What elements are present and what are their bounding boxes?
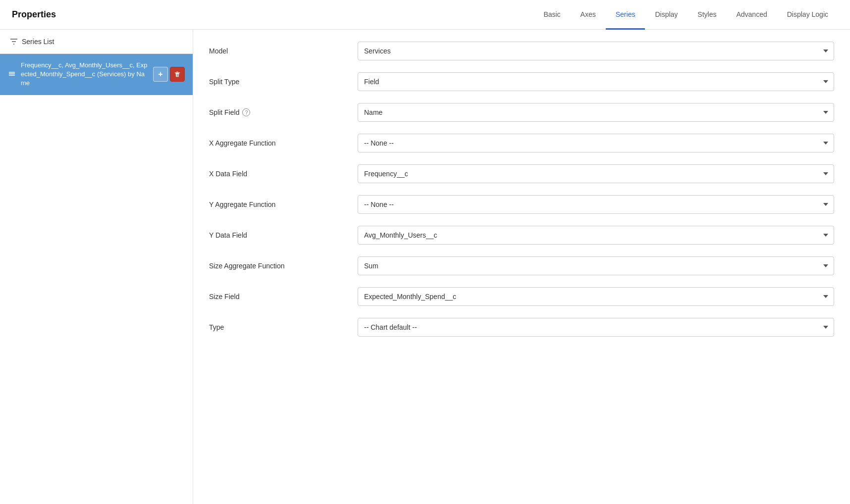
- series-list-label: Series List: [22, 38, 54, 46]
- x-data-field-select-wrapper: Frequency__c Name Id Type: [358, 164, 834, 183]
- x-aggregate-select-wrapper: -- None -- Sum Count Average Min Max: [358, 134, 834, 152]
- type-row: Type -- Chart default -- Line Bar Area S…: [209, 318, 834, 337]
- x-aggregate-select[interactable]: -- None -- Sum Count Average Min Max: [358, 134, 834, 152]
- y-aggregate-label: Y Aggregate Function: [209, 201, 348, 208]
- type-select[interactable]: -- Chart default -- Line Bar Area Scatte…: [358, 318, 834, 337]
- nav-tabs: Basic Axes Series Display Styles Advance…: [533, 0, 838, 29]
- type-control: -- Chart default -- Line Bar Area Scatte…: [358, 318, 834, 337]
- split-field-label: Split Field ?: [209, 108, 348, 116]
- tab-series[interactable]: Series: [606, 0, 645, 30]
- model-label: Model: [209, 47, 348, 55]
- sidebar: Series List Frequency__c, Avg_Monthly_Us…: [0, 30, 193, 504]
- size-field-label: Size Field: [209, 293, 348, 301]
- y-aggregate-select[interactable]: -- None -- Sum Count Average Min Max: [358, 195, 834, 214]
- series-list-header: Series List: [0, 30, 193, 54]
- x-aggregate-label: X Aggregate Function: [209, 139, 348, 147]
- series-item-actions: +: [153, 67, 185, 82]
- size-aggregate-select-wrapper: Sum Count Average Min Max -- None --: [358, 256, 834, 275]
- main-layout: Series List Frequency__c, Avg_Monthly_Us…: [0, 30, 850, 504]
- x-data-field-label: X Data Field: [209, 170, 348, 178]
- y-aggregate-row: Y Aggregate Function -- None -- Sum Coun…: [209, 195, 834, 214]
- size-field-select[interactable]: Expected_Monthly_Spend__c Name Id Freque…: [358, 287, 834, 306]
- split-field-row: Split Field ? Name Id Type Status: [209, 103, 834, 122]
- y-aggregate-select-wrapper: -- None -- Sum Count Average Min Max: [358, 195, 834, 214]
- size-aggregate-select[interactable]: Sum Count Average Min Max -- None --: [358, 256, 834, 275]
- split-field-help-icon[interactable]: ?: [242, 108, 250, 116]
- model-row: Model Services Accounts Contacts Opportu…: [209, 42, 834, 60]
- model-select-wrapper: Services Accounts Contacts Opportunities: [358, 42, 834, 60]
- size-field-row: Size Field Expected_Monthly_Spend__c Nam…: [209, 287, 834, 306]
- y-data-field-row: Y Data Field Avg_Monthly_Users__c Name I…: [209, 226, 834, 245]
- x-aggregate-row: X Aggregate Function -- None -- Sum Coun…: [209, 134, 834, 152]
- y-data-field-control: Avg_Monthly_Users__c Name Id Type: [358, 226, 834, 245]
- tab-advanced[interactable]: Advanced: [726, 0, 777, 30]
- page-title: Properties: [12, 9, 56, 20]
- filter-icon: [10, 38, 18, 46]
- top-bar: Properties Basic Axes Series Display Sty…: [0, 0, 850, 30]
- size-field-control: Expected_Monthly_Spend__c Name Id Freque…: [358, 287, 834, 306]
- tab-display-logic[interactable]: Display Logic: [777, 0, 838, 30]
- split-type-label: Split Type: [209, 78, 348, 86]
- tab-display[interactable]: Display: [645, 0, 688, 30]
- split-field-select-wrapper: Name Id Type Status: [358, 103, 834, 122]
- size-aggregate-row: Size Aggregate Function Sum Count Averag…: [209, 256, 834, 275]
- delete-series-button[interactable]: [170, 67, 185, 82]
- tab-styles[interactable]: Styles: [688, 0, 726, 30]
- tab-basic[interactable]: Basic: [533, 0, 570, 30]
- series-list-item[interactable]: Frequency__c, Avg_Monthly_Users__c, Expe…: [0, 54, 193, 95]
- split-field-control: Name Id Type Status: [358, 103, 834, 122]
- x-data-field-row: X Data Field Frequency__c Name Id Type: [209, 164, 834, 183]
- y-aggregate-control: -- None -- Sum Count Average Min Max: [358, 195, 834, 214]
- x-data-field-select[interactable]: Frequency__c Name Id Type: [358, 164, 834, 183]
- type-select-wrapper: -- Chart default -- Line Bar Area Scatte…: [358, 318, 834, 337]
- content-panel: Model Services Accounts Contacts Opportu…: [193, 30, 850, 504]
- tab-axes[interactable]: Axes: [571, 0, 606, 30]
- y-data-field-select-wrapper: Avg_Monthly_Users__c Name Id Type: [358, 226, 834, 245]
- split-type-row: Split Type Field None Custom: [209, 72, 834, 91]
- series-drag-icon: [8, 70, 16, 79]
- add-series-button[interactable]: +: [153, 67, 168, 82]
- x-aggregate-control: -- None -- Sum Count Average Min Max: [358, 134, 834, 152]
- y-data-field-label: Y Data Field: [209, 231, 348, 239]
- split-field-select[interactable]: Name Id Type Status: [358, 103, 834, 122]
- split-type-select[interactable]: Field None Custom: [358, 72, 834, 91]
- size-field-select-wrapper: Expected_Monthly_Spend__c Name Id Freque…: [358, 287, 834, 306]
- type-label: Type: [209, 323, 348, 331]
- size-aggregate-label: Size Aggregate Function: [209, 262, 348, 270]
- model-select[interactable]: Services Accounts Contacts Opportunities: [358, 42, 834, 60]
- series-item-text: Frequency__c, Avg_Monthly_Users__c, Expe…: [21, 61, 148, 88]
- split-type-control: Field None Custom: [358, 72, 834, 91]
- split-type-select-wrapper: Field None Custom: [358, 72, 834, 91]
- size-aggregate-control: Sum Count Average Min Max -- None --: [358, 256, 834, 275]
- model-control: Services Accounts Contacts Opportunities: [358, 42, 834, 60]
- y-data-field-select[interactable]: Avg_Monthly_Users__c Name Id Type: [358, 226, 834, 245]
- x-data-field-control: Frequency__c Name Id Type: [358, 164, 834, 183]
